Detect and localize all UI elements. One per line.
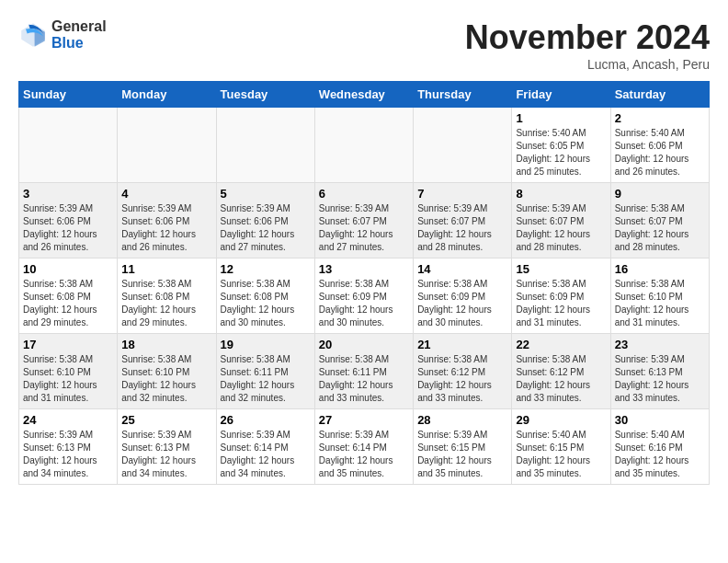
calendar-week-row: 3Sunrise: 5:39 AM Sunset: 6:06 PM Daylig… (19, 183, 710, 259)
logo-blue: Blue (51, 35, 84, 51)
day-number: 30 (615, 413, 705, 427)
calendar-cell: 13Sunrise: 5:38 AM Sunset: 6:09 PM Dayli… (314, 259, 413, 334)
day-info: Sunrise: 5:38 AM Sunset: 6:11 PM Dayligh… (319, 353, 409, 405)
calendar-cell: 11Sunrise: 5:38 AM Sunset: 6:08 PM Dayli… (118, 259, 216, 334)
calendar-cell: 1Sunrise: 5:40 AM Sunset: 6:05 PM Daylig… (512, 108, 610, 183)
day-info: Sunrise: 5:38 AM Sunset: 6:09 PM Dayligh… (319, 278, 409, 329)
calendar-week-row: 10Sunrise: 5:38 AM Sunset: 6:08 PM Dayli… (19, 259, 710, 334)
calendar-cell: 30Sunrise: 5:40 AM Sunset: 6:16 PM Dayli… (610, 409, 709, 485)
day-info: Sunrise: 5:38 AM Sunset: 6:10 PM Dayligh… (615, 278, 705, 329)
day-info: Sunrise: 5:39 AM Sunset: 6:14 PM Dayligh… (319, 429, 409, 480)
calendar-cell: 25Sunrise: 5:39 AM Sunset: 6:13 PM Dayli… (118, 409, 216, 485)
day-info: Sunrise: 5:38 AM Sunset: 6:09 PM Dayligh… (516, 278, 606, 329)
calendar-cell (414, 108, 512, 183)
day-info: Sunrise: 5:38 AM Sunset: 6:10 PM Dayligh… (23, 353, 113, 405)
day-number: 2 (615, 111, 705, 125)
day-number: 27 (319, 413, 409, 427)
calendar-cell: 14Sunrise: 5:38 AM Sunset: 6:09 PM Dayli… (414, 259, 512, 334)
calendar-cell: 4Sunrise: 5:39 AM Sunset: 6:06 PM Daylig… (118, 183, 216, 259)
day-info: Sunrise: 5:38 AM Sunset: 6:08 PM Dayligh… (121, 278, 211, 329)
day-info: Sunrise: 5:38 AM Sunset: 6:10 PM Dayligh… (121, 353, 211, 405)
day-info: Sunrise: 5:38 AM Sunset: 6:11 PM Dayligh… (221, 353, 311, 405)
calendar-cell: 2Sunrise: 5:40 AM Sunset: 6:06 PM Daylig… (610, 108, 709, 183)
logo: General Blue (18, 18, 107, 51)
calendar-cell: 22Sunrise: 5:38 AM Sunset: 6:12 PM Dayli… (512, 334, 610, 409)
day-number: 14 (417, 262, 507, 276)
day-number: 23 (615, 338, 705, 351)
header-thursday: Thursday (414, 82, 512, 108)
calendar-cell: 12Sunrise: 5:38 AM Sunset: 6:08 PM Dayli… (216, 259, 314, 334)
header-saturday: Saturday (610, 82, 709, 108)
calendar-cell: 8Sunrise: 5:39 AM Sunset: 6:07 PM Daylig… (512, 183, 610, 259)
day-number: 10 (23, 262, 113, 276)
calendar-cell: 29Sunrise: 5:40 AM Sunset: 6:15 PM Dayli… (512, 409, 610, 485)
day-number: 17 (23, 338, 113, 351)
calendar-cell (314, 108, 413, 183)
calendar-cell: 6Sunrise: 5:39 AM Sunset: 6:07 PM Daylig… (314, 183, 413, 259)
header-sunday: Sunday (19, 82, 118, 108)
header-monday: Monday (118, 82, 216, 108)
calendar-cell (216, 108, 314, 183)
calendar-cell: 19Sunrise: 5:38 AM Sunset: 6:11 PM Dayli… (216, 334, 314, 409)
calendar-cell: 16Sunrise: 5:38 AM Sunset: 6:10 PM Dayli… (610, 259, 709, 334)
day-info: Sunrise: 5:39 AM Sunset: 6:06 PM Dayligh… (121, 202, 211, 254)
day-number: 19 (221, 338, 311, 351)
calendar-cell: 15Sunrise: 5:38 AM Sunset: 6:09 PM Dayli… (512, 259, 610, 334)
calendar-cell: 24Sunrise: 5:39 AM Sunset: 6:13 PM Dayli… (19, 409, 118, 485)
day-info: Sunrise: 5:39 AM Sunset: 6:07 PM Dayligh… (516, 202, 606, 254)
day-number: 25 (121, 413, 211, 427)
day-info: Sunrise: 5:40 AM Sunset: 6:06 PM Dayligh… (615, 127, 705, 178)
day-info: Sunrise: 5:39 AM Sunset: 6:15 PM Dayligh… (417, 429, 507, 480)
day-number: 1 (516, 111, 606, 125)
calendar-cell: 28Sunrise: 5:39 AM Sunset: 6:15 PM Dayli… (414, 409, 512, 485)
day-info: Sunrise: 5:38 AM Sunset: 6:12 PM Dayligh… (516, 353, 606, 405)
calendar-cell: 3Sunrise: 5:39 AM Sunset: 6:06 PM Daylig… (19, 183, 118, 259)
day-number: 3 (23, 187, 113, 201)
day-info: Sunrise: 5:39 AM Sunset: 6:13 PM Dayligh… (121, 429, 211, 480)
logo-text: General Blue (51, 18, 107, 51)
calendar-cell: 10Sunrise: 5:38 AM Sunset: 6:08 PM Dayli… (19, 259, 118, 334)
day-number: 26 (221, 413, 311, 427)
day-number: 29 (516, 413, 606, 427)
day-info: Sunrise: 5:39 AM Sunset: 6:13 PM Dayligh… (615, 353, 705, 405)
header-tuesday: Tuesday (216, 82, 314, 108)
calendar-week-row: 1Sunrise: 5:40 AM Sunset: 6:05 PM Daylig… (19, 108, 710, 183)
day-number: 24 (23, 413, 113, 427)
day-number: 6 (319, 187, 409, 201)
header-wednesday: Wednesday (314, 82, 413, 108)
page-header: General Blue November 2024 Lucma, Ancash… (18, 18, 710, 72)
calendar-cell: 5Sunrise: 5:39 AM Sunset: 6:06 PM Daylig… (216, 183, 314, 259)
calendar-cell: 21Sunrise: 5:38 AM Sunset: 6:12 PM Dayli… (414, 334, 512, 409)
day-number: 13 (319, 262, 409, 276)
calendar-week-row: 17Sunrise: 5:38 AM Sunset: 6:10 PM Dayli… (19, 334, 710, 409)
calendar-cell: 17Sunrise: 5:38 AM Sunset: 6:10 PM Dayli… (19, 334, 118, 409)
calendar-cell: 26Sunrise: 5:39 AM Sunset: 6:14 PM Dayli… (216, 409, 314, 485)
day-info: Sunrise: 5:38 AM Sunset: 6:08 PM Dayligh… (221, 278, 311, 329)
location: Lucma, Ancash, Peru (465, 57, 710, 72)
calendar-cell: 18Sunrise: 5:38 AM Sunset: 6:10 PM Dayli… (118, 334, 216, 409)
day-info: Sunrise: 5:40 AM Sunset: 6:16 PM Dayligh… (615, 429, 705, 480)
calendar-cell: 20Sunrise: 5:38 AM Sunset: 6:11 PM Dayli… (314, 334, 413, 409)
day-number: 5 (221, 187, 311, 201)
calendar-cell: 23Sunrise: 5:39 AM Sunset: 6:13 PM Dayli… (610, 334, 709, 409)
calendar-cell (19, 108, 118, 183)
day-info: Sunrise: 5:38 AM Sunset: 6:08 PM Dayligh… (23, 278, 113, 329)
day-info: Sunrise: 5:40 AM Sunset: 6:15 PM Dayligh… (516, 429, 606, 480)
day-info: Sunrise: 5:39 AM Sunset: 6:14 PM Dayligh… (221, 429, 311, 480)
day-number: 7 (417, 187, 507, 201)
logo-general: General (51, 18, 107, 34)
day-info: Sunrise: 5:39 AM Sunset: 6:07 PM Dayligh… (319, 202, 409, 254)
day-number: 11 (121, 262, 211, 276)
day-number: 22 (516, 338, 606, 351)
calendar-header-row: SundayMondayTuesdayWednesdayThursdayFrid… (19, 82, 710, 108)
logo-icon (18, 20, 48, 50)
calendar-week-row: 24Sunrise: 5:39 AM Sunset: 6:13 PM Dayli… (19, 409, 710, 485)
day-info: Sunrise: 5:39 AM Sunset: 6:07 PM Dayligh… (417, 202, 507, 254)
day-info: Sunrise: 5:39 AM Sunset: 6:13 PM Dayligh… (23, 429, 113, 480)
day-number: 18 (121, 338, 211, 351)
day-info: Sunrise: 5:40 AM Sunset: 6:05 PM Dayligh… (516, 127, 606, 178)
day-number: 21 (417, 338, 507, 351)
day-info: Sunrise: 5:39 AM Sunset: 6:06 PM Dayligh… (221, 202, 311, 254)
day-number: 8 (516, 187, 606, 201)
day-number: 4 (121, 187, 211, 201)
